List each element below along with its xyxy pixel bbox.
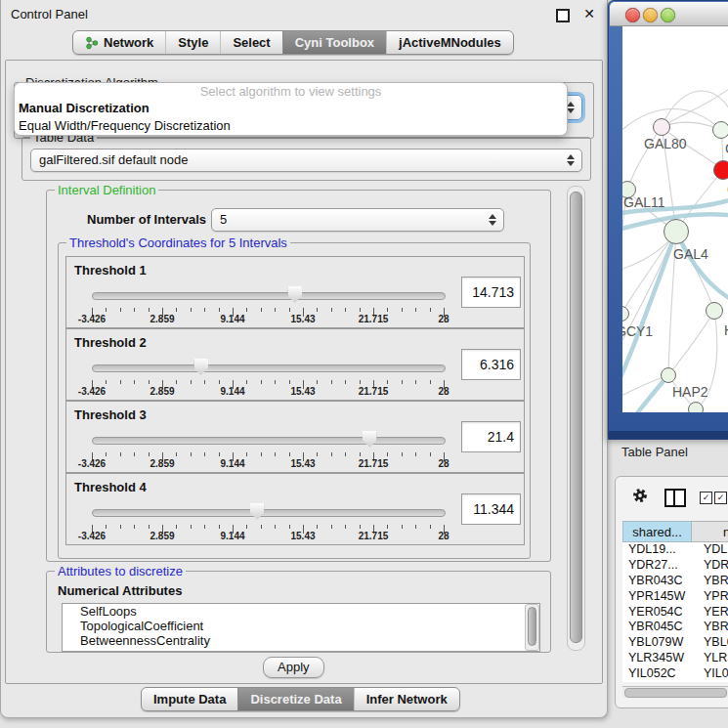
- tab-jactivemnodules-label: jActiveMNodules: [399, 31, 501, 54]
- slider-thumb[interactable]: [363, 431, 377, 448]
- table-row[interactable]: YLR345WYLR3: [622, 651, 728, 666]
- slider-track[interactable]: [92, 364, 446, 372]
- slider-tick: [275, 380, 276, 384]
- threshold-4-value-field[interactable]: 11.344: [461, 493, 521, 525]
- tab-cyni-toolbox[interactable]: Cyni Toolbox: [282, 31, 386, 54]
- gear-icon[interactable]: [631, 487, 649, 504]
- column-header-shared-name[interactable]: shared...: [622, 521, 692, 542]
- table-cell[interactable]: YDL1: [692, 542, 728, 558]
- threshold-2-value-field[interactable]: 6.316: [461, 349, 521, 380]
- table-cell[interactable]: YIL052C: [622, 666, 692, 682]
- slider-track[interactable]: [92, 292, 446, 300]
- table-row[interactable]: YBL079WYBL0: [622, 635, 728, 651]
- slider-thumb[interactable]: [287, 286, 302, 303]
- network-node-label: GAL4: [673, 246, 708, 262]
- table-row[interactable]: YIL052CYIL0: [622, 666, 728, 682]
- table-cell[interactable]: YDR27...: [622, 558, 692, 574]
- slider-tick: [219, 452, 220, 456]
- combo-stepper-icon: [567, 154, 575, 166]
- float-window-icon[interactable]: [556, 9, 570, 22]
- network-node-gal80[interactable]: [653, 118, 670, 136]
- network-node-gcy1[interactable]: [622, 306, 629, 321]
- table-cell[interactable]: YPR1: [692, 589, 728, 605]
- table-row[interactable]: YBR043CYBR0: [622, 574, 728, 589]
- slider-tick: [191, 525, 192, 529]
- network-node-c[interactable]: [713, 160, 728, 180]
- table-row[interactable]: YER054CYER0: [622, 605, 728, 621]
- slider-tick: [176, 525, 177, 529]
- table-horizontal-scrollbar[interactable]: [622, 686, 728, 698]
- table-cell[interactable]: YDR2: [692, 558, 728, 574]
- tab-network[interactable]: Network: [73, 31, 165, 54]
- tab-discretize-data-label: Discretize Data: [250, 688, 341, 710]
- table-cell[interactable]: YBR045C: [622, 620, 692, 635]
- split-column-icon[interactable]: [664, 489, 686, 507]
- slider-thumb[interactable]: [193, 359, 208, 375]
- network-canvas[interactable]: GAL80GACGAL11GAL4GCY1HHAP2: [622, 26, 728, 412]
- list-item[interactable]: BetweennessCentrality: [63, 633, 539, 648]
- table-cell[interactable]: YDL19...: [622, 542, 692, 558]
- table-data-combobox[interactable]: galFiltered.sif default node: [30, 149, 582, 172]
- table-row[interactable]: YPR145WYPR1: [622, 589, 728, 605]
- slider-tick-label: 21.715: [359, 314, 389, 324]
- table-cell[interactable]: YBR0: [692, 574, 728, 589]
- close-traffic-light-icon[interactable]: [625, 8, 640, 22]
- slider-tick: [219, 380, 220, 384]
- table-horizontal-scrollbar-thumb[interactable]: [624, 688, 727, 698]
- network-node-h[interactable]: [706, 302, 723, 320]
- table-cell[interactable]: YER054C: [622, 605, 692, 621]
- table-row[interactable]: YDR27...YDR2: [622, 558, 728, 574]
- slider-tick: [402, 525, 403, 529]
- table-row[interactable]: YDL19...YDL1: [622, 542, 728, 558]
- list-item[interactable]: TopologicalCoefficient: [63, 619, 539, 633]
- slider-tick-label: 21.715: [359, 531, 389, 541]
- numerical-attributes-list[interactable]: SelfLoops TopologicalCoefficient Between…: [62, 603, 540, 652]
- table-cell[interactable]: YLR345W: [622, 651, 692, 666]
- slider-thumb[interactable]: [250, 503, 265, 520]
- slider-track[interactable]: [92, 509, 446, 517]
- tab-infer-network[interactable]: Infer Network: [354, 688, 459, 710]
- list-scrollbar-thumb[interactable]: [528, 607, 536, 646]
- checkbox-icon[interactable]: ✓: [700, 492, 712, 504]
- apply-button[interactable]: Apply: [263, 657, 324, 678]
- network-node-gal4[interactable]: [664, 219, 689, 244]
- table-cell[interactable]: YLR3: [692, 651, 728, 666]
- threshold-1-value-field[interactable]: 14.713: [461, 277, 521, 308]
- table-row[interactable]: YBR045CYBR0: [622, 620, 728, 635]
- threshold-3-value-field[interactable]: 21.4: [461, 421, 521, 452]
- table-cell[interactable]: YBL079W: [622, 635, 692, 651]
- tab-impute-data[interactable]: Impute Data: [142, 688, 237, 710]
- list-scrollbar[interactable]: [525, 604, 539, 651]
- checkbox-icon[interactable]: ✓: [714, 492, 727, 504]
- main-scrollbar-thumb[interactable]: [570, 192, 582, 643]
- slider-tick: [120, 525, 121, 529]
- table-cell[interactable]: YER0: [692, 605, 728, 621]
- network-node[interactable]: [688, 402, 704, 412]
- column-header-name[interactable]: n: [692, 521, 728, 542]
- list-item[interactable]: SelfLoops: [63, 604, 539, 619]
- table-panel-toolbar: ✓ ✓: [616, 477, 728, 520]
- tab-jactivemnodules[interactable]: jActiveMNodules: [386, 31, 513, 54]
- dropdown-option-manual-discretization[interactable]: Manual Discretization: [15, 100, 567, 117]
- table-cell[interactable]: YIL0: [692, 666, 728, 682]
- network-node-label: GAL80: [644, 136, 687, 151]
- minimize-traffic-light-icon[interactable]: [643, 8, 658, 22]
- tab-style[interactable]: Style: [165, 31, 220, 54]
- slider-tick: [360, 380, 361, 384]
- table-cell[interactable]: YBR043C: [622, 574, 692, 589]
- slider-tick-labels: -3.4262.8599.14415.4321.71528: [92, 531, 444, 542]
- slider-tick-label: 2.859: [150, 386, 174, 397]
- table-cell[interactable]: YPR145W: [622, 589, 692, 605]
- main-scrollbar[interactable]: [567, 186, 585, 651]
- network-node-ga[interactable]: [712, 121, 728, 139]
- slider-track[interactable]: [92, 437, 446, 445]
- number-of-intervals-combobox[interactable]: 5: [211, 208, 504, 232]
- zoom-traffic-light-icon[interactable]: [661, 8, 675, 22]
- table-cell[interactable]: YBL0: [692, 635, 728, 651]
- network-node-hap2[interactable]: [661, 367, 676, 383]
- tab-discretize-data[interactable]: Discretize Data: [237, 688, 353, 710]
- table-cell[interactable]: YBR0: [692, 620, 728, 635]
- dropdown-option-equal-width[interactable]: Equal Width/Frequency Discretization: [15, 117, 567, 135]
- close-icon[interactable]: ✕: [583, 6, 595, 21]
- tab-select[interactable]: Select: [220, 31, 281, 54]
